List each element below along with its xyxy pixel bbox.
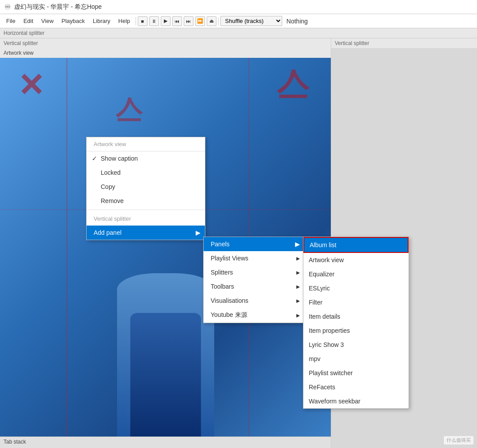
context-menu-panels: Panels ▶ Playlist Views ▶ Splitters ▶ To… [203,237,305,323]
art-char-1: ✕ [18,67,44,104]
menu-edit[interactable]: Edit [20,16,37,26]
ctx-copy[interactable]: Copy [87,180,205,194]
ctx-waveform-seekbar[interactable]: Waveform seekbar [303,394,409,408]
ctx-eslyric[interactable]: ESLyric [303,281,409,295]
playback-toolbar: ■ ⏸ ▶ ⏮ ⏭ ⏩ ⏏ [138,16,216,26]
ctx-filter[interactable]: Filter [303,295,409,309]
ctx-lyric-show-3[interactable]: Lyric Show 3 [303,338,409,352]
prev-button[interactable]: ⏮ [172,16,182,26]
ctx-equalizer[interactable]: Equalizer [303,267,409,281]
shuffle-select[interactable]: Shuffle (tracks) [220,16,282,26]
now-playing-label: Nothing [283,17,311,26]
watermark: 什么值得买 [444,436,473,444]
menu-library[interactable]: Library [89,16,114,26]
context-menu-panel-items: Album list Artwork view Equalizer ESLyri… [303,237,409,409]
ctx-playlist-switcher[interactable]: Playlist switcher [303,366,409,380]
menu-view[interactable]: View [38,16,57,26]
art-line-1 [66,58,68,437]
play-button[interactable]: ▶ [161,16,170,26]
fast-forward-button[interactable]: ⏩ [195,16,205,26]
toolbar-sep-1 [136,17,136,25]
stop-button[interactable]: ■ [138,16,148,26]
right-vertical-splitter-label: Vertical splitter [331,38,477,48]
ctx-album-list[interactable]: Album list [303,237,409,253]
ctx-toolbars[interactable]: Toolbars ▶ [204,279,304,294]
ctx-item-properties[interactable]: Item properties [303,324,409,338]
next-button[interactable]: ⏭ [184,16,193,26]
ctx-splitters[interactable]: Splitters ▶ [204,265,304,279]
ctx-visualisations[interactable]: Visualisations ▶ [204,294,304,308]
ctx-artwork-view-item[interactable]: Artwork view [303,253,409,267]
ctx-panels[interactable]: Panels ▶ [204,237,304,251]
ctx-item-details[interactable]: Item details [303,309,409,324]
ctx-header-artwork: Artwork view [87,137,205,151]
app-icon: ♾ [4,3,11,11]
ctx-sep-1 [87,210,205,210]
title-bar: ♾ 虚幻与现实 - 华晨宇 - 希忘Hope [0,0,477,14]
tab-stack-label: Tab stack [0,437,331,448]
pause-button[interactable]: ⏸ [149,16,159,26]
horizontal-splitter-label: Horizontal splitter [0,28,477,38]
artwork-view-label: Artwork view [0,48,331,58]
left-vertical-splitter-label: Vertical splitter [0,38,331,48]
ctx-show-caption[interactable]: Show caption [87,151,205,166]
art-char-3: 亼 [116,93,142,129]
art-char-2: 亼 [277,64,309,107]
menu-file[interactable]: File [3,16,19,26]
eject-button[interactable]: ⏏ [207,16,216,26]
ctx-mpv[interactable]: mpv [303,352,409,366]
toolbar-sep-2 [218,17,219,25]
ctx-playlist-views[interactable]: Playlist Views ▶ [204,251,304,265]
ctx-subheader-vsplitter: Vertical splitter [87,212,205,226]
context-menu-artwork: Artwork view Show caption Locked Copy Re… [86,137,205,240]
window-title: 虚幻与现实 - 华晨宇 - 希忘Hope [14,3,102,11]
menu-playback[interactable]: Playback [58,16,88,26]
ctx-add-panel[interactable]: Add panel ▶ [87,226,205,240]
menu-bar: File Edit View Playback Library Help ■ ⏸… [0,14,477,28]
ctx-youtube[interactable]: Youtube 来源 ▶ [204,308,304,323]
ctx-refacets[interactable]: ReFacets [303,380,409,394]
ctx-remove[interactable]: Remove [87,194,205,208]
menu-help[interactable]: Help [115,16,134,26]
art-figure-suit [130,313,201,437]
ctx-locked[interactable]: Locked [87,166,205,180]
